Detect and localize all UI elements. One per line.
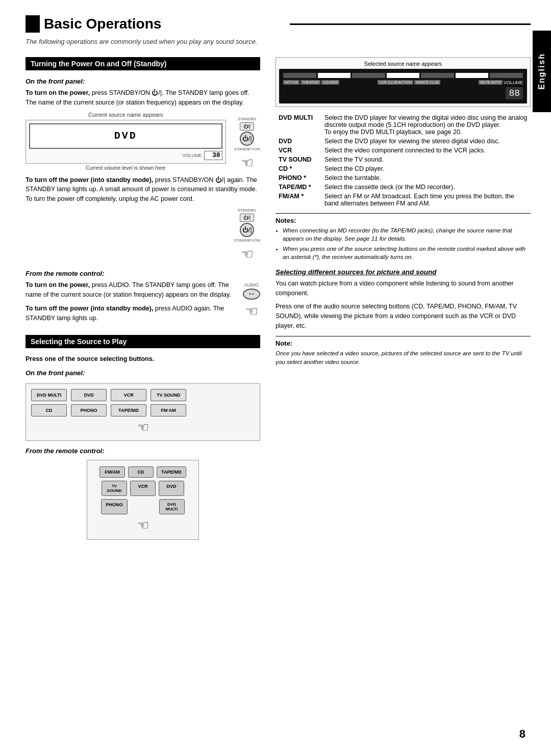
source-row-dvd: DVD Select the DVD player for viewing th… bbox=[276, 137, 531, 146]
source-row-dvd-multi: DVD MULTI Select the DVD player for view… bbox=[276, 113, 531, 137]
source-row-fm-am: FM/AM * Select an FM or AM broadcast. Ea… bbox=[276, 192, 531, 208]
btn-dvd-multi[interactable]: DVD MULTI bbox=[31, 389, 67, 401]
vol-number-area: 88 bbox=[283, 87, 523, 99]
remote-dvd[interactable]: DVD bbox=[159, 481, 184, 496]
source-desc-vcr: Select the video component connected to … bbox=[321, 146, 531, 155]
notes-title: Notes: bbox=[276, 217, 531, 224]
remote-row-2: TVSOUND VCR DVD bbox=[93, 481, 192, 496]
section1-header: Turning the Power On and Off (Standby) bbox=[26, 57, 260, 70]
two-column-layout: Turning the Power On and Off (Standby) O… bbox=[26, 57, 531, 544]
front-panel-label-2: On the front panel: bbox=[26, 368, 260, 378]
right-column: Selected source name appears HO bbox=[276, 57, 531, 544]
btn-cd[interactable]: CD bbox=[31, 404, 67, 416]
btn-tape-md[interactable]: TAPE/MD bbox=[111, 404, 146, 416]
source-desc-dvd-multi: Select the DVD player for viewing the di… bbox=[321, 113, 531, 137]
btn-fm-am[interactable]: FM·AM bbox=[151, 404, 186, 416]
volume-level-label: Current volume level is shown here bbox=[26, 165, 226, 171]
note-text: Once you have selected a video source, p… bbox=[276, 349, 531, 367]
remote-row-1: FM/AM CD TAPE/MD bbox=[93, 466, 192, 478]
page-subtitle: The following operations are commonly us… bbox=[26, 37, 531, 47]
language-tab-text: English bbox=[537, 53, 546, 90]
remote-cd[interactable]: CD bbox=[128, 466, 154, 478]
remote-tape-md[interactable]: TAPE/MD bbox=[157, 466, 186, 478]
title-line bbox=[290, 23, 531, 25]
page-title-bar: Basic Operations bbox=[26, 15, 531, 33]
left-column: Turning the Power On and Off (Standby) O… bbox=[26, 57, 260, 544]
hand-icon-1: ☜ bbox=[241, 154, 254, 171]
note-box: Note: Once you have selected a video sou… bbox=[276, 336, 531, 367]
mode-buttons-2: LIVE CLUB ACTION DANCE CLUB bbox=[378, 80, 440, 85]
turn-off-text: To turn off the power (into standby mode… bbox=[26, 175, 260, 204]
turn-off-bold: To turn off the power (into standby mode… bbox=[26, 176, 153, 184]
display-bottom-row: HOT100 THEATER LOUNGE LIVE CLUB ACTION D… bbox=[283, 80, 523, 85]
source-desc-tape-md: Select the cassette deck (or the MD reco… bbox=[321, 183, 531, 192]
hand-icon-2: ☜ bbox=[241, 246, 254, 263]
source-name-dvd-multi: DVD MULTI bbox=[276, 113, 321, 137]
hand-icon-5: ☜ bbox=[137, 517, 149, 533]
remote-turn-off-text: To turn off the power (into standby mode… bbox=[26, 304, 238, 323]
source-row-vcr: VCR Select the video component connected… bbox=[276, 146, 531, 155]
remote-turn-on-text: To turn on the power, press AUDIO. The S… bbox=[26, 280, 238, 300]
source-row-phono: PHONO * Select the turntable. bbox=[276, 173, 531, 183]
remote-turn-on-bold: To turn on the power, bbox=[26, 281, 90, 289]
source-name-fm-am: FM/AM * bbox=[276, 192, 321, 208]
source-name-phono: PHONO * bbox=[276, 173, 321, 183]
current-source-label: Current source name appears bbox=[26, 112, 226, 118]
note-title: Note: bbox=[276, 340, 531, 347]
volume-area: MUTE AUTO VOLUME bbox=[479, 80, 523, 85]
btn-row-2: CD PHONO TAPE/MD FM·AM bbox=[31, 404, 255, 416]
front-panel-buttons: DVD MULTI DVD VCR TV SOUND CD PHONO TAPE… bbox=[26, 383, 260, 441]
notes-box: Notes: When connecting an MD recorder (t… bbox=[276, 213, 531, 261]
btn-tv-sound[interactable]: TV SOUND bbox=[151, 389, 186, 401]
btn-dvd[interactable]: DVD bbox=[71, 389, 107, 401]
standby-btn-illus: STANDBY ⏻/| ⏻/| STANDBY/ON ☜ bbox=[234, 117, 260, 171]
page-title: Basic Operations bbox=[44, 16, 285, 32]
display-seg-row-1 bbox=[283, 73, 523, 78]
selecting-diff-text-1: You can watch picture from a video compo… bbox=[276, 279, 531, 298]
note-2: When you press one of the source selecti… bbox=[283, 245, 531, 261]
page-container: English Basic Operations The following o… bbox=[0, 0, 551, 756]
selecting-diff-text-2: Press one of the audio source selecting … bbox=[276, 302, 531, 330]
btn-vcr[interactable]: VCR bbox=[111, 389, 146, 401]
note-1: When connecting an MD recorder (to the T… bbox=[283, 226, 531, 243]
source-name-tv-sound: TV SOUND bbox=[276, 155, 321, 164]
source-name-cd: CD * bbox=[276, 164, 321, 173]
source-row-tape-md: TAPE/MD * Select the cassette deck (or t… bbox=[276, 183, 531, 192]
front-panel-label-1: On the front panel: bbox=[26, 76, 260, 87]
remote-control-label-2: From the remote control: bbox=[26, 446, 260, 456]
hand-icon-3: ☜ bbox=[245, 303, 258, 320]
selecting-diff-title: Selecting different sources for picture … bbox=[276, 268, 531, 276]
remote-fm-am[interactable]: FM/AM bbox=[99, 466, 125, 478]
remote-control-label-1: From the remote control: bbox=[26, 269, 260, 279]
source-desc-fm-am: Select an FM or AM broadcast. Each time … bbox=[321, 192, 531, 208]
btn-phono[interactable]: PHONO bbox=[71, 404, 107, 416]
remote-dvd-multi[interactable]: DVDMULTI bbox=[159, 499, 185, 514]
display-text: DVD bbox=[114, 130, 137, 142]
remote-turn-off-bold: To turn off the power (into standby mode… bbox=[26, 305, 153, 312]
source-desc-tv-sound: Select the TV sound. bbox=[321, 155, 531, 164]
mode-buttons: HOT100 THEATER LOUNGE bbox=[283, 80, 339, 85]
source-row-cd: CD * Select the CD player. bbox=[276, 164, 531, 173]
turn-on-text: To turn on the power, press STANDBY/ON ⏻… bbox=[26, 88, 260, 108]
section2-header: Selecting the Source to Play bbox=[26, 335, 260, 348]
source-desc-dvd: Select the DVD player for viewing the st… bbox=[321, 137, 531, 146]
title-black-box bbox=[26, 15, 40, 33]
audio-btn-illus: AUDIO • • ☜ bbox=[243, 282, 260, 320]
source-name-tape-md: TAPE/MD * bbox=[276, 183, 321, 192]
language-tab: English bbox=[533, 31, 551, 112]
standby-btn-illus-2: STANDBY ⏻/| ⏻/| STANDBY/ON ☜ bbox=[234, 208, 260, 263]
source-desc-cd: Select the CD player. bbox=[321, 164, 531, 173]
page-number: 8 bbox=[519, 727, 525, 741]
source-table: DVD MULTI Select the DVD player for view… bbox=[276, 113, 531, 208]
selecting-diff-section: Selecting different sources for picture … bbox=[276, 268, 531, 331]
hand-icon-4: ☜ bbox=[137, 420, 149, 435]
volume-display: 38 bbox=[204, 151, 222, 160]
source-row-tv-sound: TV SOUND Select the TV sound. bbox=[276, 155, 531, 164]
press-text: Press one of the source selecting button… bbox=[26, 354, 260, 364]
source-desc-phono: Select the turntable. bbox=[321, 173, 531, 183]
source-name-vcr: VCR bbox=[276, 146, 321, 155]
remote-vcr[interactable]: VCR bbox=[130, 481, 156, 496]
remote-phono[interactable]: PHONO bbox=[101, 499, 127, 514]
remote-tv-sound[interactable]: TVSOUND bbox=[102, 481, 127, 496]
display-device-right: Selected source name appears HO bbox=[276, 57, 531, 107]
